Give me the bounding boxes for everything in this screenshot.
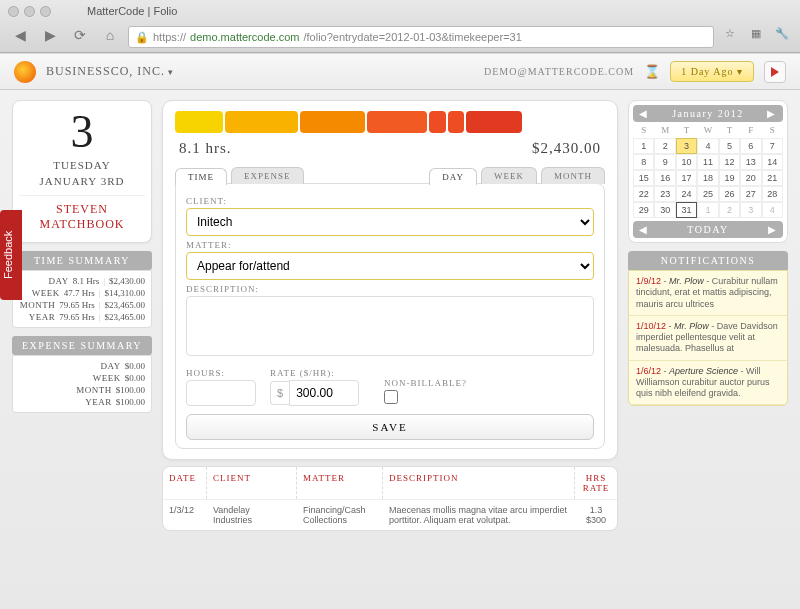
calendar-day[interactable]: 21 bbox=[762, 170, 783, 186]
calendar-day[interactable]: 8 bbox=[633, 154, 654, 170]
minimize-dot-icon[interactable] bbox=[24, 6, 35, 17]
company-dropdown[interactable]: BusinessCo, Inc. bbox=[46, 64, 174, 79]
col-client[interactable]: Client bbox=[207, 467, 297, 499]
calendar-day[interactable]: 29 bbox=[633, 202, 654, 218]
calendar-day[interactable]: 2 bbox=[719, 202, 740, 218]
calendar-day[interactable]: 15 bbox=[633, 170, 654, 186]
col-date[interactable]: Date bbox=[163, 467, 207, 499]
close-dot-icon[interactable] bbox=[8, 6, 19, 17]
expense-summary-row: Week$0.00 bbox=[19, 372, 145, 384]
calendar-day[interactable]: 1 bbox=[633, 138, 654, 154]
log-header: Date Client Matter Description Hrs Rate bbox=[163, 467, 617, 499]
calendar-day[interactable]: 16 bbox=[654, 170, 675, 186]
tab-expense[interactable]: Expense bbox=[231, 167, 304, 184]
hour-bar[interactable] bbox=[448, 111, 464, 133]
calendar-day[interactable]: 17 bbox=[676, 170, 697, 186]
prev-month-button[interactable]: ◀ bbox=[633, 108, 655, 119]
reload-button[interactable]: ⟳ bbox=[68, 27, 92, 47]
col-description[interactable]: Description bbox=[383, 467, 575, 499]
app: BusinessCo, Inc. demo@mattercode.com ⌛ 1… bbox=[0, 53, 800, 609]
calendar-day[interactable]: 28 bbox=[762, 186, 783, 202]
hour-bar[interactable] bbox=[429, 111, 445, 133]
calendar-day[interactable]: 3 bbox=[676, 138, 697, 154]
bookmark-icon[interactable]: ☆ bbox=[720, 27, 740, 47]
rate-input[interactable] bbox=[289, 380, 359, 406]
tab-month[interactable]: Month bbox=[541, 167, 605, 184]
expense-summary-row: Day$0.00 bbox=[19, 360, 145, 372]
calendar-day[interactable]: 9 bbox=[654, 154, 675, 170]
user-email[interactable]: demo@mattercode.com bbox=[484, 66, 634, 77]
hour-bar[interactable] bbox=[367, 111, 428, 133]
today-button[interactable]: ◀ Today ▶ bbox=[633, 221, 783, 238]
hour-bar[interactable] bbox=[466, 111, 523, 133]
tab-time[interactable]: Time bbox=[175, 168, 227, 185]
calendar-day[interactable]: 23 bbox=[654, 186, 675, 202]
home-button[interactable]: ⌂ bbox=[98, 27, 122, 47]
calendar-day[interactable]: 18 bbox=[697, 170, 718, 186]
calendar-day[interactable]: 5 bbox=[719, 138, 740, 154]
tab-week[interactable]: Week bbox=[481, 167, 537, 184]
total-hours: 8.1 hrs. bbox=[179, 140, 232, 157]
hour-bar[interactable] bbox=[175, 111, 223, 133]
col-hrs-rate[interactable]: Hrs Rate bbox=[575, 467, 617, 499]
calendar-day[interactable]: 10 bbox=[676, 154, 697, 170]
next-month-button[interactable]: ▶ bbox=[761, 108, 783, 119]
window-controls[interactable] bbox=[8, 6, 51, 17]
calendar-day[interactable]: 20 bbox=[740, 170, 761, 186]
calendar-day[interactable]: 27 bbox=[740, 186, 761, 202]
notification-item[interactable]: 1/6/12 - Aperture Science - Will William… bbox=[629, 361, 787, 406]
calendar-day[interactable]: 19 bbox=[719, 170, 740, 186]
browser-chrome: MatterCode | Folio ◀ ▶ ⟳ ⌂ 🔒 https://dem… bbox=[0, 0, 800, 53]
calendar-day[interactable]: 24 bbox=[676, 186, 697, 202]
timekeeper-last: Matchbook bbox=[19, 217, 145, 232]
calendar-day[interactable]: 12 bbox=[719, 154, 740, 170]
tab-title[interactable]: MatterCode | Folio bbox=[87, 5, 177, 17]
time-ago-button[interactable]: 1 Day Ago ▾ bbox=[670, 61, 754, 82]
calendar-day[interactable]: 25 bbox=[697, 186, 718, 202]
forward-button[interactable]: ▶ bbox=[38, 27, 62, 47]
zoom-dot-icon[interactable] bbox=[40, 6, 51, 17]
wrench-icon[interactable]: 🔧 bbox=[772, 27, 792, 47]
app-logo-icon[interactable] bbox=[14, 61, 36, 83]
hourglass-icon[interactable]: ⌛ bbox=[644, 64, 660, 79]
hour-bar[interactable] bbox=[225, 111, 298, 133]
url-host: demo.mattercode.com bbox=[190, 31, 299, 43]
hour-bar[interactable] bbox=[300, 111, 365, 133]
calendar-day[interactable]: 22 bbox=[633, 186, 654, 202]
dow-label: S bbox=[762, 122, 783, 138]
notification-item[interactable]: 1/10/12 - Mr. Plow - Dave Davidson imper… bbox=[629, 316, 787, 361]
col-matter[interactable]: Matter bbox=[297, 467, 383, 499]
hours-input[interactable] bbox=[186, 380, 256, 406]
calendar-day[interactable]: 11 bbox=[697, 154, 718, 170]
log-row[interactable]: 1/3/12Vandelay Industries Financing/Cash… bbox=[163, 499, 617, 530]
timekeeper-first: Steven bbox=[19, 202, 145, 217]
calendar-day[interactable]: 4 bbox=[762, 202, 783, 218]
calendar-day[interactable]: 6 bbox=[740, 138, 761, 154]
calendar-day[interactable]: 4 bbox=[697, 138, 718, 154]
time-summary-row: Week47.7 Hrs|$14,310.00 bbox=[19, 287, 145, 299]
notification-item[interactable]: 1/9/12 - Mr. Plow - Curabitur nullam tin… bbox=[629, 271, 787, 316]
play-button[interactable] bbox=[764, 61, 786, 83]
tab-day[interactable]: Day bbox=[429, 168, 477, 185]
calendar-day[interactable]: 2 bbox=[654, 138, 675, 154]
back-button[interactable]: ◀ bbox=[8, 27, 32, 47]
extension-icon[interactable]: ▦ bbox=[746, 27, 766, 47]
client-select[interactable]: Initech bbox=[186, 208, 594, 236]
calendar-day[interactable]: 1 bbox=[697, 202, 718, 218]
calendar-day[interactable]: 14 bbox=[762, 154, 783, 170]
description-input[interactable] bbox=[186, 296, 594, 356]
matter-select[interactable]: Appear for/attend bbox=[186, 252, 594, 280]
calendar-day[interactable]: 30 bbox=[654, 202, 675, 218]
calendar-day[interactable]: 31 bbox=[676, 202, 697, 218]
save-button[interactable]: Save bbox=[186, 414, 594, 440]
feedback-tab[interactable]: Feedback bbox=[0, 210, 22, 300]
calendar-day[interactable]: 7 bbox=[762, 138, 783, 154]
url-bar[interactable]: 🔒 https://demo.mattercode.com/folio?entr… bbox=[128, 26, 714, 48]
notifications-list: 1/9/12 - Mr. Plow - Curabitur nullam tin… bbox=[628, 270, 788, 406]
calendar-day[interactable]: 13 bbox=[740, 154, 761, 170]
nonbillable-checkbox[interactable] bbox=[384, 390, 398, 404]
browser-toolbar: ◀ ▶ ⟳ ⌂ 🔒 https://demo.mattercode.com/fo… bbox=[0, 22, 800, 52]
totals-row: 8.1 hrs. $2,430.00 bbox=[175, 137, 605, 163]
calendar-day[interactable]: 26 bbox=[719, 186, 740, 202]
calendar-day[interactable]: 3 bbox=[740, 202, 761, 218]
